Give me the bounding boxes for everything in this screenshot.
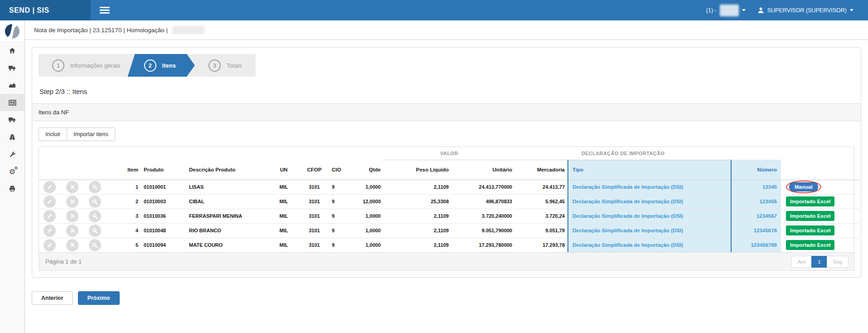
hamburger-menu-icon[interactable] (93, 0, 116, 20)
cell-numero: 1234567 (731, 209, 781, 223)
edit-icon[interactable] (44, 196, 56, 208)
cell-cfop: 3101 (300, 223, 329, 238)
top-navbar: SEND | SIS (1) - SUPERVISOR (SUPERVISOR) (0, 0, 868, 20)
redacted-breadcrumb-segment (172, 26, 205, 34)
cell-produto: 01010001 (141, 180, 186, 194)
sidebar-item-reports[interactable] (0, 77, 24, 94)
sidebar-item-transport[interactable] (0, 59, 24, 77)
view-icon[interactable] (89, 181, 101, 193)
delete-icon[interactable] (66, 210, 78, 222)
delete-icon[interactable] (66, 225, 78, 237)
origin-badge-excel[interactable]: Importado Excel (786, 225, 834, 235)
notification-dropdown[interactable]: (1) - (706, 5, 746, 16)
cell-peso: 2,1109 (383, 238, 451, 252)
sidebar-item-tools[interactable] (0, 146, 24, 163)
delete-icon[interactable] (66, 239, 78, 251)
edit-icon[interactable] (44, 225, 56, 237)
cell-peso: 2,1109 (383, 209, 451, 223)
cell-cfop: 3101 (300, 194, 329, 209)
step-itens-active[interactable]: 2 Itens (128, 54, 195, 77)
cell-produto: 01010048 (141, 223, 186, 238)
sidebar-item-notas[interactable] (0, 94, 24, 111)
user-icon (757, 7, 764, 14)
sidebar-item-settings[interactable]: ⚙⚙ (0, 163, 24, 180)
step-label: Informações gerais (70, 62, 121, 69)
cell-descricao: LISAS (186, 180, 268, 194)
cell-unitario: 24.413,770000 (451, 180, 515, 194)
breadcrumb-bar: Nota de Importação | 23.125170 | Homolog… (25, 20, 868, 40)
cell-mercadoria: 24.413,77 (515, 180, 568, 194)
pagination-next-button[interactable]: Seg (827, 256, 849, 268)
edit-icon[interactable] (44, 181, 56, 193)
view-icon[interactable] (89, 225, 101, 237)
cell-unitario: 496,870833 (451, 194, 515, 209)
edit-icon[interactable] (44, 239, 56, 251)
cell-qtde: 12,0000 (349, 194, 383, 209)
delete-icon[interactable] (66, 181, 78, 193)
step-informacoes-gerais[interactable]: 1 Informações gerais (39, 54, 134, 77)
anterior-button[interactable]: Anterior (32, 291, 73, 305)
col-descricao: Descrição Produto (186, 160, 268, 180)
cell-qtde: 1,0000 (349, 209, 383, 223)
edit-icon[interactable] (44, 210, 56, 222)
user-dropdown[interactable]: SUPERVISOR (SUPERVISOR) (757, 7, 853, 14)
step-totais[interactable]: 3 Totais (195, 54, 256, 77)
sidebar-item-home[interactable] (0, 42, 24, 59)
col-peso-liquido: Peso Líquido (383, 160, 451, 180)
col-tipo: Tipo (568, 160, 731, 180)
table-row: 2 01010003 CIBAL MIL 3101 9 12,0000 25,3… (39, 194, 859, 209)
table-row: 5 01010094 MATE COURO MIL 3101 9 1,0000 … (39, 238, 859, 252)
step-label: Totais (227, 62, 242, 69)
cell-unitario: 3.720,240000 (451, 209, 515, 223)
incluir-button[interactable]: Incluir (39, 127, 67, 141)
origin-badge-excel[interactable]: Importado Excel (786, 211, 834, 221)
origin-badge-excel[interactable]: Importado Excel (786, 240, 834, 250)
cell-numero: 12345 (731, 180, 781, 194)
road-icon (9, 133, 16, 141)
sidebar-item-print[interactable] (0, 180, 24, 197)
group-header-declaracao: DECLARAÇÃO DE IMPORTAÇÃO (515, 147, 731, 160)
cell-tipo: Declaração Simplificada de Importação (D… (568, 238, 731, 252)
wizard-steps: 1 Informações gerais 2 Itens 3 Totais (39, 54, 256, 77)
cell-numero: 123456 (731, 194, 781, 209)
pagination-prev-button[interactable]: Ant (791, 256, 811, 268)
app-logo[interactable] (0, 20, 24, 42)
group-header-valor: VALOR (383, 147, 515, 160)
cell-cfop: 3101 (300, 238, 329, 252)
importar-itens-button[interactable]: Importar itens (67, 127, 115, 141)
cell-qtde: 1,0000 (349, 180, 383, 194)
pagination: Ant 1 Seg (791, 256, 849, 268)
cell-qtde: 1,0000 (349, 223, 383, 238)
cell-produto: 01010094 (141, 238, 186, 252)
chevron-down-icon (742, 9, 746, 11)
col-numero: Número (731, 160, 781, 180)
table-footer: Página 1 de 1 Ant 1 Seg (39, 252, 854, 270)
cell-descricao: RIO BRANCO (186, 223, 268, 238)
view-icon[interactable] (89, 239, 101, 251)
page-title: Step 2/3 :: Itens (39, 88, 854, 95)
proximo-button[interactable]: Próximo (78, 291, 120, 305)
view-icon[interactable] (89, 196, 101, 208)
cell-produto: 01010003 (141, 194, 186, 209)
cell-descricao: CIBAL (186, 194, 268, 209)
origin-badge-excel[interactable]: Importado Excel (786, 196, 834, 206)
breadcrumb: Nota de Importação | 23.125170 | Homolog… (34, 27, 168, 34)
printer-icon (9, 185, 16, 192)
wizard-card: 1 Informações gerais 2 Itens 3 Totais St… (32, 47, 861, 278)
origin-badge-manual[interactable]: Manual (789, 182, 818, 191)
sidebar-item-road[interactable] (0, 128, 24, 146)
delete-icon[interactable] (66, 196, 78, 208)
sidebar-item-fleet[interactable] (0, 111, 24, 128)
main-content: 1 Informações gerais 2 Itens 3 Totais St… (25, 40, 868, 333)
cell-tipo: Declaração Simplificada de Importação (D… (568, 194, 731, 209)
pagination-page-1-button[interactable]: 1 (811, 256, 826, 268)
table-header-row: Item Produto Descrição Produto UN CFOP C… (39, 160, 859, 180)
cell-unitario: 9.051,790000 (451, 223, 515, 238)
app-brand[interactable]: SEND | SIS (0, 0, 91, 20)
table-row: 1 01010001 LISAS MIL 3101 9 1,0000 2,110… (39, 180, 859, 194)
view-icon[interactable] (89, 210, 101, 222)
redacted-company-name (720, 5, 739, 16)
truck-icon (9, 64, 16, 72)
user-name: SUPERVISOR (SUPERVISOR) (767, 7, 847, 14)
cell-un: MIL (268, 209, 300, 223)
